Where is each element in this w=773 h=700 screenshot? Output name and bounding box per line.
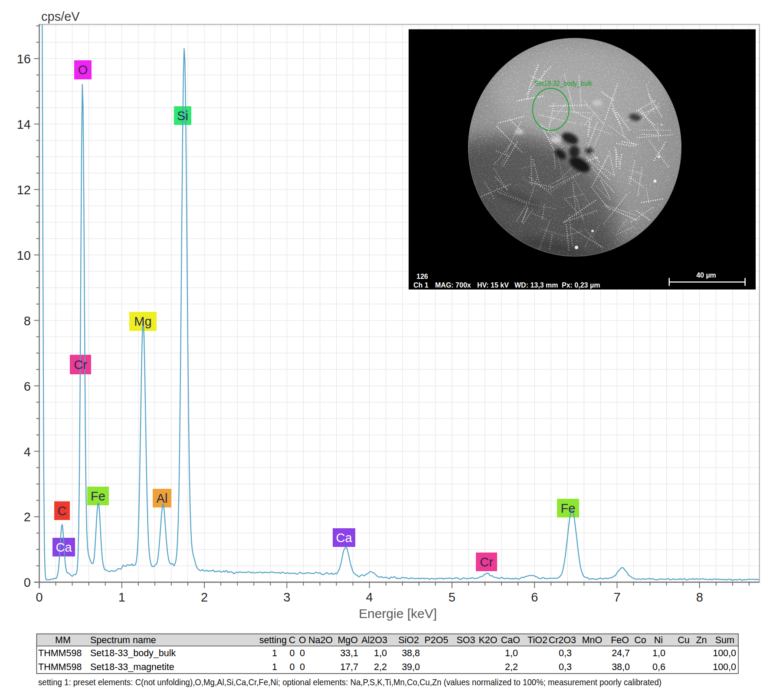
svg-text:Cr: Cr xyxy=(480,555,493,569)
svg-text:Ca: Ca xyxy=(56,540,72,554)
svg-text:0,6: 0,6 xyxy=(652,662,665,672)
svg-text:1: 1 xyxy=(272,648,277,658)
svg-text:4: 4 xyxy=(24,445,31,459)
svg-text:8: 8 xyxy=(696,590,703,604)
svg-text:Mg: Mg xyxy=(134,314,151,328)
svg-text:10: 10 xyxy=(17,249,31,262)
svg-text:24,7: 24,7 xyxy=(612,648,630,658)
svg-text:1: 1 xyxy=(272,662,277,672)
svg-text:40 µm: 40 µm xyxy=(696,271,716,279)
svg-text:P2O5: P2O5 xyxy=(425,635,449,645)
svg-text:Cr: Cr xyxy=(74,358,87,372)
svg-text:SiO2: SiO2 xyxy=(398,635,419,645)
svg-text:Px: 0,23 µm: Px: 0,23 µm xyxy=(562,281,600,289)
svg-text:WD: 13,3 mm: WD: 13,3 mm xyxy=(514,281,558,289)
svg-text:SO3: SO3 xyxy=(456,635,475,645)
svg-text:100,0: 100,0 xyxy=(713,662,736,672)
svg-text:MgO: MgO xyxy=(337,635,358,645)
svg-text:14: 14 xyxy=(17,118,31,131)
svg-text:33,1: 33,1 xyxy=(340,648,358,658)
svg-text:Set18-33_body_bulk: Set18-33_body_bulk xyxy=(90,648,176,658)
svg-text:Spectrum name: Spectrum name xyxy=(90,635,156,645)
svg-text:0: 0 xyxy=(36,590,43,604)
svg-text:Zn: Zn xyxy=(696,635,707,645)
svg-text:0: 0 xyxy=(24,576,31,589)
svg-text:0: 0 xyxy=(300,648,305,658)
svg-text:TiO2: TiO2 xyxy=(527,635,547,645)
svg-text:Set18-33_magnetite: Set18-33_magnetite xyxy=(90,662,174,672)
svg-text:Fe: Fe xyxy=(561,501,576,515)
svg-text:2: 2 xyxy=(201,590,208,604)
svg-text:0,3: 0,3 xyxy=(559,662,572,672)
svg-text:Set18-32_body_bulk: Set18-32_body_bulk xyxy=(534,80,593,88)
svg-text:1: 1 xyxy=(118,590,125,604)
svg-text:2,2: 2,2 xyxy=(505,662,518,672)
svg-text:2,2: 2,2 xyxy=(374,662,387,672)
svg-text:O: O xyxy=(78,63,88,77)
svg-text:THMM598: THMM598 xyxy=(38,648,82,658)
svg-text:5: 5 xyxy=(449,590,455,604)
svg-text:FeO: FeO xyxy=(611,635,629,645)
svg-text:THMM598: THMM598 xyxy=(38,662,82,672)
svg-text:3: 3 xyxy=(283,590,290,604)
svg-text:126: 126 xyxy=(416,273,428,280)
svg-text:Energie [keV]: Energie [keV] xyxy=(359,606,437,621)
svg-text:1,0: 1,0 xyxy=(652,648,665,658)
svg-text:Ch 1: Ch 1 xyxy=(413,281,429,289)
svg-text:7: 7 xyxy=(613,590,620,604)
svg-text:Al2O3: Al2O3 xyxy=(361,635,387,645)
svg-text:38,0: 38,0 xyxy=(612,662,630,672)
svg-text:1,0: 1,0 xyxy=(505,648,518,658)
svg-text:C: C xyxy=(289,635,296,645)
svg-text:6: 6 xyxy=(531,590,538,604)
svg-text:MM: MM xyxy=(55,635,71,645)
svg-text:Ni: Ni xyxy=(654,635,663,645)
svg-text:39,0: 39,0 xyxy=(402,662,420,672)
svg-text:6: 6 xyxy=(24,379,31,393)
svg-text:cps/eV: cps/eV xyxy=(41,10,80,23)
svg-text:HV: 15 kV: HV: 15 kV xyxy=(477,281,509,289)
svg-text:0: 0 xyxy=(300,662,305,672)
svg-text:0,3: 0,3 xyxy=(559,648,572,658)
svg-text:CaO: CaO xyxy=(501,635,520,645)
svg-text:Sum: Sum xyxy=(715,635,734,645)
svg-text:Al: Al xyxy=(157,491,168,505)
svg-text:8: 8 xyxy=(24,314,31,328)
svg-text:Cr2O3: Cr2O3 xyxy=(549,635,576,645)
svg-text:setting: setting xyxy=(259,635,287,645)
svg-text:Ca: Ca xyxy=(336,531,352,545)
svg-text:100,0: 100,0 xyxy=(713,648,736,658)
svg-text:0: 0 xyxy=(290,648,295,658)
svg-text:2: 2 xyxy=(24,510,31,524)
svg-text:38,8: 38,8 xyxy=(402,648,420,658)
svg-text:Fe: Fe xyxy=(91,489,105,503)
svg-text:1,0: 1,0 xyxy=(374,648,387,658)
svg-text:4: 4 xyxy=(366,590,373,604)
svg-text:K2O: K2O xyxy=(478,635,497,645)
svg-text:C: C xyxy=(58,504,67,518)
svg-text:Cu: Cu xyxy=(678,635,689,645)
svg-text:17,7: 17,7 xyxy=(340,662,358,672)
svg-text:12: 12 xyxy=(17,183,31,197)
svg-text:MnO: MnO xyxy=(582,635,603,645)
svg-text:16: 16 xyxy=(17,52,31,66)
svg-text:Na2O: Na2O xyxy=(308,635,333,645)
svg-text:Si: Si xyxy=(177,109,188,123)
svg-text:setting 1: preset elements: C(: setting 1: preset elements: C(not unfold… xyxy=(38,677,662,687)
svg-text:MAG: 700x: MAG: 700x xyxy=(435,281,471,289)
svg-text:O: O xyxy=(299,635,306,645)
svg-text:Co: Co xyxy=(634,635,646,645)
svg-text:0: 0 xyxy=(290,662,295,672)
